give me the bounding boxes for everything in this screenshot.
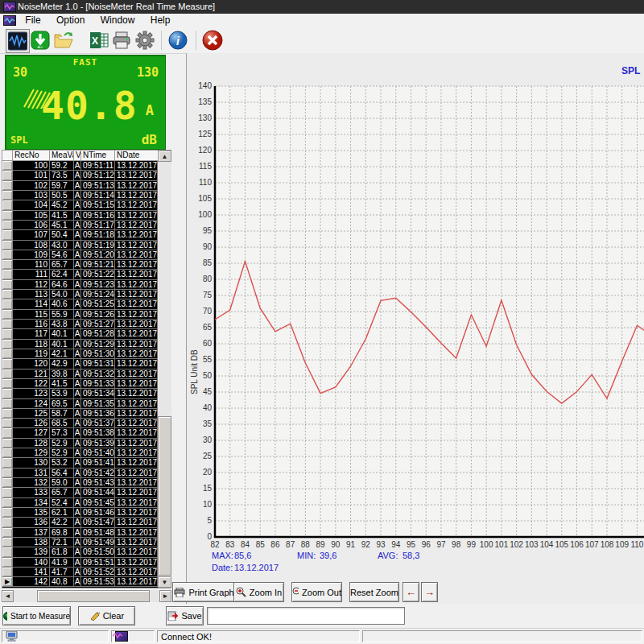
table-row[interactable]: 11740.1A09:51:2813.12.2017 [2,329,158,339]
info-button[interactable]: i [167,29,189,52]
table-row[interactable]: 13259.0A09:51:4313.12.2017 [2,478,158,488]
export-excel-button[interactable]: X [88,29,110,52]
table-row[interactable]: 11555.9A09:51:2613.12.2017 [2,310,158,320]
row-selector [2,320,13,329]
table-cell: 113 [13,290,50,299]
table-row[interactable]: 11354.0A09:51:2413.12.2017 [2,290,158,299]
mdi-child-icon[interactable] [3,15,16,26]
table-row[interactable]: 11264.6A09:51:2313.12.2017 [2,280,158,290]
scroll-down-icon[interactable]: ▼ [158,576,171,588]
row-selector [2,230,13,240]
table-vscrollbar[interactable]: ▲ ▼ [158,151,171,588]
table-hscrollbar[interactable]: ◄ ► [2,590,171,602]
clear-button[interactable]: Clear [78,606,135,625]
table-cell: 128 [13,439,50,448]
table-row[interactable]: 10259.7A09:51:1313.12.2017 [2,181,158,191]
table-row[interactable]: 13642.2A09:51:4713.12.2017 [2,518,158,527]
row-selector [2,260,13,270]
table-row[interactable]: 10059.2A09:51:1113.12.2017 [2,161,158,171]
waveform-display-button[interactable] [6,29,30,53]
table-row[interactable]: 13769.8A09:51:4813.12.2017 [2,528,158,538]
col-recno[interactable]: RecNo [13,151,50,161]
table-row[interactable]: 14141.7A09:51:5213.12.2017 [2,568,158,577]
table-row[interactable]: 13872.1A09:51:4913.12.2017 [2,538,158,547]
table-row[interactable]: 13562.1A09:51:4613.12.2017 [2,508,158,518]
table-cell: 104 [13,200,50,210]
reset-zoom-button[interactable]: Reset Zoom [349,582,399,602]
table-row[interactable]: 14041.9A09:51:5113.12.2017 [2,558,158,568]
table-cell: 56.4 [50,469,74,478]
table-row[interactable]: 12952.9A09:51:4013.12.2017 [2,448,158,458]
menu-option[interactable]: Option [50,14,91,27]
table-row[interactable]: 10445.2A09:51:1513.12.2017 [2,200,158,210]
table-row[interactable]: 10750.4A09:51:1813.12.2017 [2,230,158,240]
toolbar: ALL X i [0,27,644,54]
row-selector [2,329,13,339]
table-row[interactable]: 13156.4A09:51:4213.12.2017 [2,469,158,478]
table-row[interactable]: 12852.9A09:51:3913.12.2017 [2,439,158,448]
settings-button[interactable] [134,29,156,52]
pan-right-button[interactable]: → [421,582,438,602]
note-input[interactable] [207,607,405,625]
zoom-out-button[interactable]: Zoom Out [291,582,342,602]
x-tick-label: 110 [630,540,643,549]
table-row[interactable]: 12757.3A09:51:3813.12.2017 [2,428,158,438]
pan-left-button[interactable]: ← [402,582,419,602]
table-row[interactable]: 12668.5A09:51:3713.12.2017 [2,419,158,428]
menu-window[interactable]: Window [94,14,142,27]
table-row[interactable]: 12558.7A09:51:3613.12.2017 [2,409,158,419]
col-ntime[interactable]: NTime [81,151,115,161]
table-row[interactable]: 13365.7A09:51:4413.12.2017 [2,488,158,497]
table-row[interactable]: 11440.6A09:51:2513.12.2017 [2,299,158,309]
menu-file[interactable]: File [19,14,47,27]
exit-button[interactable] [201,29,224,52]
table-cell: A [74,211,81,221]
title-bar[interactable]: NoiseMeter 1.0 - [NoiseMeter Real Time M… [0,0,644,14]
start-measure-button[interactable]: Start to Measure [2,606,71,625]
table-row[interactable]: 10350.5A09:51:1413.12.2017 [2,191,158,200]
y-tick-label: 20 [203,468,213,477]
table-header: RecNo MeaVal V NTime NDate [2,151,158,161]
table-cell: 13.12.2017 [115,568,158,577]
col-meaval[interactable]: MeaVal [50,151,74,161]
table-cell: 13.12.2017 [115,528,158,538]
table-cell: 64.6 [50,280,74,290]
table-row[interactable]: ▶14240.8A09:51:5313.12.2017 [2,577,158,587]
table-row[interactable]: 13452.4A09:51:4513.12.2017 [2,498,158,508]
zoom-in-button[interactable]: Zoom In [233,582,284,602]
table-cell: 112 [13,280,50,290]
table-row[interactable]: 10173.5A09:51:1213.12.2017 [2,171,158,180]
scroll-right-icon[interactable]: ► [159,590,171,602]
record-download-button[interactable]: ALL [29,29,52,52]
table-row[interactable]: 11643.8A09:51:2713.12.2017 [2,320,158,329]
table-row[interactable]: 12241.5A09:51:3313.12.2017 [2,379,158,389]
print-button[interactable] [110,29,133,52]
save-button[interactable]: Save [166,606,204,625]
table-row[interactable]: 12353.9A09:51:3413.12.2017 [2,389,158,398]
col-v[interactable]: V [74,151,81,161]
table-row[interactable]: 12139.8A09:51:3213.12.2017 [2,369,158,379]
table-cell: 59.0 [50,478,74,488]
print-graph-button[interactable]: Print Graph [172,582,236,602]
table-row[interactable]: 10843.0A09:51:1913.12.2017 [2,241,158,250]
table-row[interactable]: 10954.6A09:51:2013.12.2017 [2,250,158,260]
table-row[interactable]: 11065.7A09:51:2113.12.2017 [2,260,158,270]
menu-help[interactable]: Help [144,14,177,27]
table-row[interactable]: 13053.2A09:51:4113.12.2017 [2,458,158,468]
table-row[interactable]: 11840.1A09:51:2913.12.2017 [2,340,158,349]
scroll-up-icon[interactable]: ▲ [158,151,171,162]
row-selector [2,161,13,171]
vscroll-thumb[interactable] [158,416,171,576]
table-row[interactable]: 10541.5A09:51:1613.12.2017 [2,211,158,221]
col-ndate[interactable]: NDate [115,151,158,161]
table-row[interactable]: 13961.8A09:51:5013.12.2017 [2,547,158,557]
table-cell: 13.12.2017 [115,399,158,409]
hscroll-thumb[interactable] [37,590,150,602]
table-row[interactable]: 11942.1A09:51:3013.12.2017 [2,349,158,359]
table-row[interactable]: 10645.1A09:51:1713.12.2017 [2,221,158,230]
table-row[interactable]: 12469.5A09:51:3513.12.2017 [2,399,158,409]
open-folder-button[interactable] [52,29,75,52]
table-row[interactable]: 11162.4A09:51:2213.12.2017 [2,270,158,279]
scroll-left-icon[interactable]: ◄ [2,590,14,602]
table-row[interactable]: 12042.9A09:51:3113.12.2017 [2,359,158,369]
